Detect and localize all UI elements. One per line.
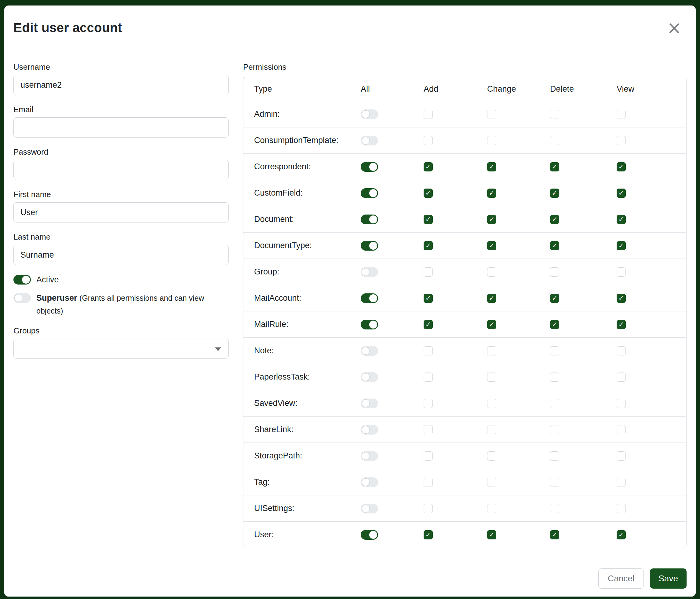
permission-change-checkbox[interactable] bbox=[487, 451, 496, 460]
permission-add-checkbox[interactable] bbox=[424, 320, 433, 329]
permission-view-checkbox[interactable] bbox=[617, 399, 626, 408]
permission-add-checkbox[interactable] bbox=[424, 451, 433, 460]
permission-delete-checkbox[interactable] bbox=[550, 162, 559, 171]
permission-add-checkbox[interactable] bbox=[424, 110, 433, 119]
permission-delete-checkbox[interactable] bbox=[550, 478, 559, 487]
permission-change-checkbox[interactable] bbox=[487, 294, 496, 303]
superuser-toggle[interactable] bbox=[14, 293, 31, 303]
permission-all-toggle[interactable] bbox=[361, 162, 378, 172]
permission-all-toggle[interactable] bbox=[361, 267, 378, 277]
permission-add-checkbox[interactable] bbox=[424, 346, 433, 355]
permission-add-checkbox[interactable] bbox=[424, 215, 433, 224]
permission-change-checkbox[interactable] bbox=[487, 320, 496, 329]
permission-all-toggle[interactable] bbox=[361, 320, 378, 330]
permission-all-toggle[interactable] bbox=[361, 477, 378, 487]
permission-add-checkbox[interactable] bbox=[424, 294, 433, 303]
permission-view-checkbox[interactable] bbox=[617, 504, 626, 513]
permission-add-checkbox[interactable] bbox=[424, 267, 433, 277]
chevron-down-icon bbox=[215, 347, 221, 351]
permission-add-checkbox[interactable] bbox=[424, 136, 433, 145]
permission-view-checkbox[interactable] bbox=[617, 189, 626, 198]
permission-view-checkbox[interactable] bbox=[617, 215, 626, 224]
permission-all-toggle[interactable] bbox=[361, 451, 378, 461]
permission-change-checkbox[interactable] bbox=[487, 504, 496, 513]
permission-all-toggle[interactable] bbox=[361, 372, 378, 382]
permission-change-checkbox[interactable] bbox=[487, 267, 496, 277]
permission-change-checkbox[interactable] bbox=[487, 425, 496, 434]
permission-add-checkbox[interactable] bbox=[424, 373, 433, 382]
permission-change-checkbox[interactable] bbox=[487, 241, 496, 250]
permission-view-checkbox[interactable] bbox=[617, 241, 626, 250]
permission-delete-checkbox[interactable] bbox=[550, 504, 559, 513]
permission-add-checkbox[interactable] bbox=[424, 504, 433, 513]
permission-view-checkbox[interactable] bbox=[617, 373, 626, 382]
permission-view-checkbox[interactable] bbox=[617, 110, 626, 119]
first-name-input[interactable] bbox=[14, 202, 229, 222]
toggle-knob bbox=[22, 275, 30, 284]
permission-all-toggle[interactable] bbox=[361, 188, 378, 198]
cancel-button[interactable]: Cancel bbox=[598, 569, 644, 589]
permission-delete-checkbox[interactable] bbox=[550, 320, 559, 329]
permission-add-checkbox[interactable] bbox=[424, 189, 433, 198]
permission-delete-checkbox[interactable] bbox=[550, 451, 559, 460]
permission-view-checkbox[interactable] bbox=[617, 425, 626, 434]
permission-all-toggle[interactable] bbox=[361, 530, 378, 540]
permission-row: Note: bbox=[243, 337, 686, 364]
permission-view-checkbox[interactable] bbox=[617, 451, 626, 460]
permission-delete-checkbox[interactable] bbox=[550, 373, 559, 382]
permission-all-toggle[interactable] bbox=[361, 399, 378, 408]
last-name-input[interactable] bbox=[14, 245, 229, 265]
permission-all-toggle[interactable] bbox=[361, 136, 378, 145]
permission-add-checkbox[interactable] bbox=[424, 478, 433, 487]
permission-delete-checkbox[interactable] bbox=[550, 267, 559, 277]
permission-all-toggle[interactable] bbox=[361, 215, 378, 224]
active-toggle[interactable] bbox=[14, 275, 31, 285]
permission-add-checkbox[interactable] bbox=[424, 425, 433, 434]
permission-change-checkbox[interactable] bbox=[487, 162, 496, 171]
permission-view-checkbox[interactable] bbox=[617, 346, 626, 355]
permission-change-checkbox[interactable] bbox=[487, 478, 496, 487]
permission-view-checkbox[interactable] bbox=[617, 267, 626, 277]
close-button[interactable]: × bbox=[665, 19, 683, 37]
permission-change-checkbox[interactable] bbox=[487, 346, 496, 355]
permission-delete-checkbox[interactable] bbox=[550, 215, 559, 224]
permission-add-checkbox[interactable] bbox=[424, 162, 433, 171]
permission-view-checkbox[interactable] bbox=[617, 136, 626, 145]
permission-change-checkbox[interactable] bbox=[487, 373, 496, 382]
permission-delete-checkbox[interactable] bbox=[550, 530, 559, 540]
email-input[interactable] bbox=[14, 117, 229, 138]
permission-delete-checkbox[interactable] bbox=[550, 189, 559, 198]
permission-all-toggle[interactable] bbox=[361, 241, 378, 250]
permission-all-toggle[interactable] bbox=[361, 504, 378, 513]
permission-view-checkbox[interactable] bbox=[617, 320, 626, 329]
permission-add-checkbox[interactable] bbox=[424, 530, 433, 540]
permission-all-toggle[interactable] bbox=[361, 425, 378, 435]
permission-change-checkbox[interactable] bbox=[487, 110, 496, 119]
permission-delete-checkbox[interactable] bbox=[550, 399, 559, 408]
permission-delete-checkbox[interactable] bbox=[550, 110, 559, 119]
permission-all-toggle[interactable] bbox=[361, 110, 378, 119]
permission-change-checkbox[interactable] bbox=[487, 136, 496, 145]
groups-select[interactable] bbox=[14, 339, 229, 359]
username-input[interactable] bbox=[14, 75, 229, 95]
permission-delete-checkbox[interactable] bbox=[550, 425, 559, 434]
password-input[interactable] bbox=[14, 160, 229, 180]
permission-change-checkbox[interactable] bbox=[487, 189, 496, 198]
permission-change-checkbox[interactable] bbox=[487, 399, 496, 408]
permission-view-checkbox[interactable] bbox=[617, 162, 626, 171]
permission-delete-checkbox[interactable] bbox=[550, 346, 559, 355]
permission-type-label: ShareLink: bbox=[243, 425, 361, 434]
permission-delete-checkbox[interactable] bbox=[550, 136, 559, 145]
permission-all-toggle[interactable] bbox=[361, 293, 378, 303]
save-button[interactable]: Save bbox=[650, 569, 686, 589]
permission-all-toggle[interactable] bbox=[361, 346, 378, 356]
permission-change-checkbox[interactable] bbox=[487, 530, 496, 540]
permission-view-checkbox[interactable] bbox=[617, 294, 626, 303]
permission-delete-checkbox[interactable] bbox=[550, 241, 559, 250]
permission-delete-checkbox[interactable] bbox=[550, 294, 559, 303]
permission-view-checkbox[interactable] bbox=[617, 530, 626, 540]
permission-change-checkbox[interactable] bbox=[487, 215, 496, 224]
permission-view-checkbox[interactable] bbox=[617, 478, 626, 487]
permission-add-checkbox[interactable] bbox=[424, 241, 433, 250]
permission-add-checkbox[interactable] bbox=[424, 399, 433, 408]
